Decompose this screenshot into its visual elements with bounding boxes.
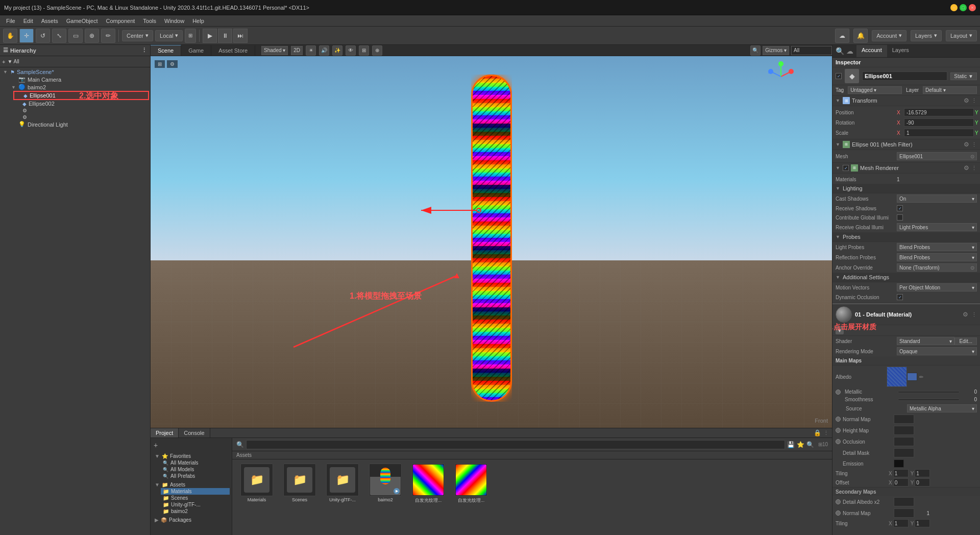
asset-texture1[interactable]: 自发光纹理... <box>408 464 449 504</box>
asset-texture2[interactable]: 自发光纹理... <box>451 464 492 504</box>
minimize-button[interactable]: − <box>950 4 958 11</box>
layer-dropdown[interactable]: Default ▾ <box>923 86 977 94</box>
smoothness-slider[interactable] <box>898 399 960 401</box>
maximize-button[interactable]: □ <box>960 4 967 11</box>
pause-button[interactable]: ⏸ <box>218 29 232 43</box>
save-search-btn[interactable]: 💾 <box>787 441 795 448</box>
sidebar-assets[interactable]: ▼ 📁 Assets <box>153 481 230 488</box>
cast-shadows-dropdown[interactable]: On ▾ <box>897 194 977 203</box>
rendering-mode-dropdown[interactable]: Opaque ▾ <box>897 347 977 355</box>
snap-btn[interactable]: ⊞ <box>185 29 196 43</box>
menu-tools[interactable]: Tools <box>139 17 160 25</box>
detail-albedo-thumb[interactable] <box>894 497 914 506</box>
albedo-texture[interactable] <box>887 367 907 387</box>
close-button[interactable]: × <box>969 4 976 11</box>
viewport-maximize-btn[interactable]: ⊞ <box>155 60 165 68</box>
transform-overflow-icon[interactable]: ⋮ <box>971 98 977 104</box>
tab-game[interactable]: Game <box>181 45 211 56</box>
search-opts-btn[interactable]: 🔍 <box>806 441 814 448</box>
scene-grid-btn[interactable]: ⊞ <box>359 45 369 56</box>
emission-color-swatch[interactable] <box>894 459 904 468</box>
menu-assets[interactable]: Assets <box>37 17 62 25</box>
tab-project[interactable]: Project <box>151 428 179 437</box>
menu-window[interactable]: Window <box>160 17 188 25</box>
material-settings-icon[interactable]: ⚙ <box>963 311 968 318</box>
mesh-renderer-overflow-icon[interactable]: ⋮ <box>971 165 977 172</box>
rot-x-input[interactable] <box>904 118 974 127</box>
rotate-tool[interactable]: ↺ <box>36 29 50 43</box>
sec-tiling-x-input[interactable] <box>893 519 909 527</box>
center-dropdown[interactable]: Center ▾ <box>122 30 153 41</box>
dynamic-occlusion-checkbox[interactable] <box>897 294 903 300</box>
rect-tool[interactable]: ▭ <box>68 29 83 43</box>
receive-shadows-checkbox[interactable] <box>897 205 903 211</box>
sidebar-all-materials[interactable]: 🔍 All Materials <box>161 459 230 466</box>
cloud-build-icon[interactable]: 🔔 <box>853 29 868 43</box>
mesh-filter-settings-icon[interactable]: ⚙ <box>964 141 969 148</box>
mesh-filter-overflow-icon[interactable]: ⋮ <box>971 141 977 148</box>
mesh-renderer-settings-icon[interactable]: ⚙ <box>964 164 969 172</box>
transform-tool[interactable]: ⊕ <box>85 29 99 43</box>
step-button[interactable]: ⏭ <box>233 29 248 43</box>
account-dropdown[interactable]: Account ▾ <box>872 30 906 41</box>
scene-viewport[interactable]: 1.将模型拖拽至场景 X Y Z Front ⊞ <box>151 56 832 428</box>
scene-hidden-btn[interactable]: 👁 <box>346 45 356 56</box>
hierarchy-add-btn[interactable]: + <box>2 59 5 65</box>
2d-toggle[interactable]: 2D <box>291 46 303 55</box>
move-tool[interactable]: ✛ <box>19 29 34 43</box>
metallic-slider[interactable] <box>898 391 960 393</box>
reflection-probes-dropdown[interactable]: Blend Probes ▾ <box>897 253 977 261</box>
anchor-dropdown[interactable]: None (Transform) ⊙ <box>897 263 977 272</box>
tree-item-baimo2[interactable]: ▼ 🔵 baimo2 <box>1 83 149 91</box>
sidebar-all-models[interactable]: 🔍 All Models <box>161 466 230 473</box>
receive-gi-dropdown[interactable]: Light Probes ▾ <box>897 223 977 231</box>
sec-normal-map-thumb[interactable] <box>894 508 914 518</box>
sidebar-baimo2[interactable]: 📁 baimo2 <box>161 508 230 515</box>
menu-file[interactable]: File <box>2 17 19 25</box>
inspector-icon1[interactable]: 🔍 <box>836 47 844 55</box>
scene-extra-btn[interactable]: ⊕ <box>372 45 382 56</box>
tab-scene[interactable]: Scene <box>151 45 181 56</box>
shader-dropdown[interactable]: Standard ▾ <box>897 337 954 345</box>
sidebar-unity-gltf[interactable]: 📁 Unity-glTF-... <box>161 501 230 508</box>
albedo-color-swatch[interactable] <box>907 373 917 381</box>
tree-item-ellipse002[interactable]: ◆ Ellipse002 <box>13 100 149 107</box>
asset-materials[interactable]: 📁 Materials <box>236 464 277 504</box>
occlusion-thumb[interactable] <box>894 437 914 446</box>
scene-fx-btn[interactable]: ✨ <box>332 45 342 56</box>
tab-account[interactable]: Account <box>856 45 887 57</box>
contrib-gi-checkbox[interactable] <box>897 214 903 221</box>
detail-mask-thumb[interactable] <box>894 448 914 457</box>
sec-tiling-y-input[interactable] <box>915 519 930 527</box>
lighting-header[interactable]: ▼ Lighting <box>832 184 980 193</box>
mesh-renderer-header[interactable]: ▼ ⊞ Mesh Renderer ⚙ ⋮ <box>832 163 980 174</box>
sidebar-materials[interactable]: 📁 Materials <box>161 488 230 495</box>
scene-filter-input[interactable] <box>791 46 832 55</box>
mesh-value-dropdown[interactable]: Ellipse001 ⊙ <box>897 152 977 160</box>
tab-console[interactable]: Console <box>179 428 210 437</box>
material-overflow-icon[interactable]: ⋮ <box>971 311 977 318</box>
sidebar-scenes[interactable]: 📁 Scenes <box>161 495 230 501</box>
menu-component[interactable]: Component <box>102 17 139 25</box>
hand-tool[interactable]: ✋ <box>3 29 17 43</box>
custom-tool[interactable]: ✏ <box>101 29 115 43</box>
height-map-thumb[interactable] <box>894 426 914 435</box>
collab-icon[interactable]: ☁ <box>835 29 849 43</box>
scale-tool[interactable]: ⤡ <box>52 29 66 43</box>
layers-dropdown[interactable]: Layers ▾ <box>911 30 942 41</box>
search-filter-btn[interactable]: ⭐ <box>797 441 804 448</box>
mesh-filter-header[interactable]: ▼ ⊞ Ellipse 001 (Mesh Filter) ⚙ ⋮ <box>832 139 980 150</box>
sidebar-all-prefabs[interactable]: 🔍 All Prefabs <box>161 473 230 479</box>
scene-light-btn[interactable]: ☀ <box>306 45 316 56</box>
local-dropdown[interactable]: Local ▾ <box>155 30 183 41</box>
source-dropdown[interactable]: Metallic Alpha ▾ <box>907 404 977 412</box>
scene-search-btn[interactable]: 🔍 <box>750 45 761 56</box>
play-button[interactable]: ▶ <box>203 29 217 43</box>
viewport-settings-btn[interactable]: ⚙ <box>167 60 178 68</box>
shading-dropdown[interactable]: Shaded ▾ <box>261 46 288 55</box>
tree-item-ellipse001[interactable]: ◆ Ellipse001 <box>13 91 149 100</box>
hierarchy-menu-btn[interactable]: ⋮ <box>141 47 147 54</box>
sidebar-favorites[interactable]: ▼ ⭐ Favorites <box>153 453 230 459</box>
additional-settings-header[interactable]: ▼ Additional Settings <box>832 273 980 282</box>
gizmos-dropdown[interactable]: Gizmos ▾ <box>763 46 789 55</box>
